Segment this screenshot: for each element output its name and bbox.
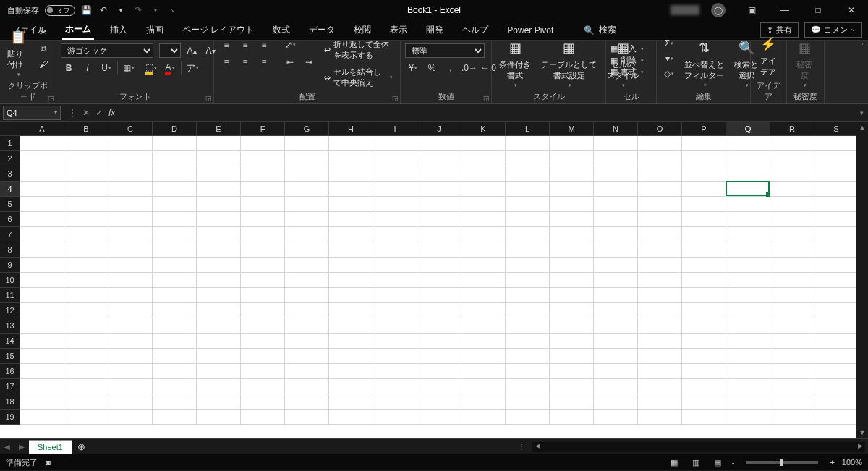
col-header-G[interactable]: G [285, 122, 329, 136]
cell-F13[interactable] [241, 318, 285, 334]
orientation-icon[interactable]: ⤢ [282, 38, 298, 52]
border-button[interactable]: ▦ [121, 61, 137, 75]
cell-S9[interactable] [814, 258, 859, 273]
cell-D11[interactable] [153, 288, 197, 303]
cell-F9[interactable] [241, 258, 285, 273]
cell-N2[interactable] [594, 151, 638, 166]
clear-icon[interactable]: ◇ [661, 67, 677, 81]
cell-E14[interactable] [197, 334, 241, 349]
cell-B19[interactable] [64, 410, 109, 425]
cell-A17[interactable] [20, 379, 64, 394]
cell-N11[interactable] [594, 288, 638, 303]
cell-I11[interactable] [373, 288, 417, 303]
tab-view[interactable]: 表示 [387, 21, 410, 39]
cell-G7[interactable] [285, 227, 329, 242]
sheet-nav-next[interactable]: ▶ [14, 443, 29, 451]
cell-D14[interactable] [153, 334, 197, 349]
cell-Q5[interactable] [726, 197, 770, 212]
cell-H16[interactable] [329, 364, 373, 379]
cell-E15[interactable] [197, 349, 241, 364]
cell-N6[interactable] [594, 212, 638, 227]
cell-J17[interactable] [417, 379, 461, 394]
cell-M16[interactable] [550, 364, 594, 379]
cell-B14[interactable] [64, 334, 109, 349]
cell-I3[interactable] [373, 166, 417, 182]
cell-O16[interactable] [638, 364, 682, 379]
autosum-icon[interactable]: Σ [661, 36, 677, 51]
cell-Q6[interactable] [726, 212, 770, 227]
cell-N4[interactable] [594, 182, 638, 197]
cell-O2[interactable] [638, 151, 682, 166]
cell-R2[interactable] [770, 151, 814, 166]
cell-A13[interactable] [20, 318, 64, 334]
col-header-B[interactable]: B [64, 122, 109, 136]
font-name-select[interactable]: 游ゴシック [61, 43, 153, 58]
font-dialog-launcher[interactable]: ◲ [205, 95, 212, 102]
cell-B13[interactable] [64, 318, 109, 334]
cell-A10[interactable] [20, 273, 64, 288]
cell-R5[interactable] [770, 197, 814, 212]
cell-L3[interactable] [506, 166, 550, 182]
cell-E19[interactable] [197, 410, 241, 425]
scroll-right-icon[interactable]: ▶ [855, 442, 865, 449]
cell-M4[interactable] [550, 182, 594, 197]
align-left-icon[interactable]: ≡ [218, 55, 234, 69]
cell-M11[interactable] [550, 288, 594, 303]
cell-D1[interactable] [153, 136, 197, 151]
row-header-4[interactable]: 4 [0, 182, 20, 197]
cell-P8[interactable] [682, 242, 726, 258]
cell-H1[interactable] [329, 136, 373, 151]
cell-H14[interactable] [329, 334, 373, 349]
cell-F15[interactable] [241, 349, 285, 364]
cell-H17[interactable] [329, 379, 373, 394]
cell-O11[interactable] [638, 288, 682, 303]
cell-H9[interactable] [329, 258, 373, 273]
cell-L19[interactable] [506, 410, 550, 425]
cell-M14[interactable] [550, 334, 594, 349]
cell-Q13[interactable] [726, 318, 770, 334]
cell-E6[interactable] [197, 212, 241, 227]
cell-S3[interactable] [814, 166, 859, 182]
cell-G2[interactable] [285, 151, 329, 166]
cell-C2[interactable] [109, 151, 153, 166]
row-header-9[interactable]: 9 [0, 258, 20, 273]
ideas-button[interactable]: ⚡アイ デア [755, 33, 781, 79]
cell-O4[interactable] [638, 182, 682, 197]
cell-E7[interactable] [197, 227, 241, 242]
cell-K16[interactable] [461, 364, 506, 379]
cell-K18[interactable] [461, 394, 506, 410]
cell-J10[interactable] [417, 273, 461, 288]
align-right-icon[interactable]: ≡ [256, 55, 272, 69]
cell-B5[interactable] [64, 197, 109, 212]
cell-M19[interactable] [550, 410, 594, 425]
cell-P12[interactable] [682, 303, 726, 318]
cell-M10[interactable] [550, 273, 594, 288]
col-header-P[interactable]: P [682, 122, 726, 136]
cell-L1[interactable] [506, 136, 550, 151]
cell-Q4[interactable] [726, 182, 770, 197]
search-label[interactable]: 検索 [599, 24, 616, 36]
cell-K4[interactable] [461, 182, 506, 197]
cell-G3[interactable] [285, 166, 329, 182]
cell-L11[interactable] [506, 288, 550, 303]
minimize-icon[interactable]: — [768, 0, 801, 20]
number-dialog-launcher[interactable]: ◲ [483, 95, 490, 102]
cell-A16[interactable] [20, 364, 64, 379]
cell-G1[interactable] [285, 136, 329, 151]
cell-M15[interactable] [550, 349, 594, 364]
cell-S17[interactable] [814, 379, 859, 394]
cell-S11[interactable] [814, 288, 859, 303]
row-header-1[interactable]: 1 [0, 136, 20, 151]
page-break-view-icon[interactable]: ▤ [710, 458, 725, 467]
cell-P5[interactable] [682, 197, 726, 212]
cell-J1[interactable] [417, 136, 461, 151]
row-header-6[interactable]: 6 [0, 212, 20, 227]
cell-L12[interactable] [506, 303, 550, 318]
cell-N3[interactable] [594, 166, 638, 182]
name-box[interactable]: Q4▾ [3, 106, 61, 120]
phonetic-button[interactable]: ア [184, 61, 200, 75]
accounting-format-icon[interactable]: ¥ [405, 61, 421, 75]
cell-H10[interactable] [329, 273, 373, 288]
cell-B9[interactable] [64, 258, 109, 273]
cell-S6[interactable] [814, 212, 859, 227]
